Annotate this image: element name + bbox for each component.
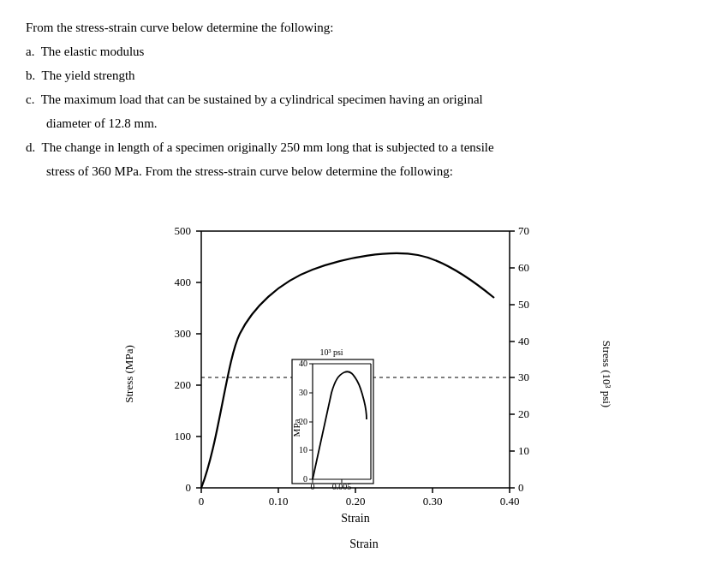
intro-line: From the stress-strain curve below deter… (26, 17, 702, 38)
question-block: From the stress-strain curve below deter… (26, 17, 702, 181)
svg-text:30: 30 (299, 388, 307, 397)
svg-text:0.30: 0.30 (423, 495, 443, 508)
svg-text:10³ psi: 10³ psi (319, 347, 343, 357)
item-d-label: d. (26, 140, 35, 154)
chart-area: Stress (MPa) Stress (10³ psi) 0 100 200 … (26, 197, 702, 551)
svg-text:40: 40 (299, 359, 307, 368)
bottom-axis-label: Strain (141, 537, 587, 551)
svg-text:MPa: MPa (291, 419, 301, 436)
item-c-cont: diameter of 12.8 mm. (26, 113, 702, 134)
left-axis-label: Stress (MPa) (122, 345, 136, 403)
svg-text:20: 20 (518, 407, 529, 420)
svg-text:10: 10 (299, 445, 307, 454)
item-d-cont: stress of 360 MPa. From the stress-strai… (26, 161, 702, 181)
svg-text:50: 50 (518, 298, 529, 311)
svg-text:10: 10 (518, 444, 529, 457)
svg-text:500: 500 (175, 224, 192, 237)
right-axis-label: Stress (10³ psi) (600, 341, 613, 407)
svg-text:400: 400 (175, 276, 192, 288)
item-d: d. The change in length of a specimen or… (26, 137, 702, 157)
svg-text:0: 0 (303, 474, 307, 484)
stress-strain-chart: 0 100 200 300 400 500 0 10 20 30 4 (141, 197, 587, 531)
svg-text:200: 200 (175, 378, 192, 391)
item-b-text: The yield strength (41, 68, 134, 82)
strain-label: Strain (341, 512, 369, 525)
item-d-text: The change in length of a specimen origi… (41, 140, 493, 154)
svg-text:300: 300 (175, 327, 192, 340)
svg-text:70: 70 (518, 224, 529, 237)
item-a-text: The elastic modulus (41, 45, 145, 58)
item-a-label: a. (26, 45, 34, 58)
svg-text:0: 0 (199, 495, 205, 508)
svg-text:0: 0 (518, 481, 524, 494)
svg-text:0: 0 (311, 482, 315, 491)
svg-text:0.40: 0.40 (500, 495, 520, 508)
svg-text:0.005: 0.005 (332, 482, 352, 491)
svg-text:30: 30 (518, 371, 529, 383)
svg-text:0: 0 (186, 481, 192, 494)
item-b-label: b. (26, 68, 35, 82)
item-c-text: The maximum load that can be sustained b… (41, 92, 483, 106)
item-b: b. The yield strength (26, 65, 702, 86)
svg-text:100: 100 (175, 430, 192, 442)
svg-text:40: 40 (518, 335, 529, 347)
item-c: c. The maximum load that can be sustaine… (26, 89, 702, 110)
item-c-label: c. (26, 92, 34, 106)
item-a: a. The elastic modulus (26, 41, 702, 62)
svg-text:0.20: 0.20 (346, 495, 366, 508)
svg-text:60: 60 (518, 261, 529, 274)
svg-text:0.10: 0.10 (269, 495, 289, 508)
